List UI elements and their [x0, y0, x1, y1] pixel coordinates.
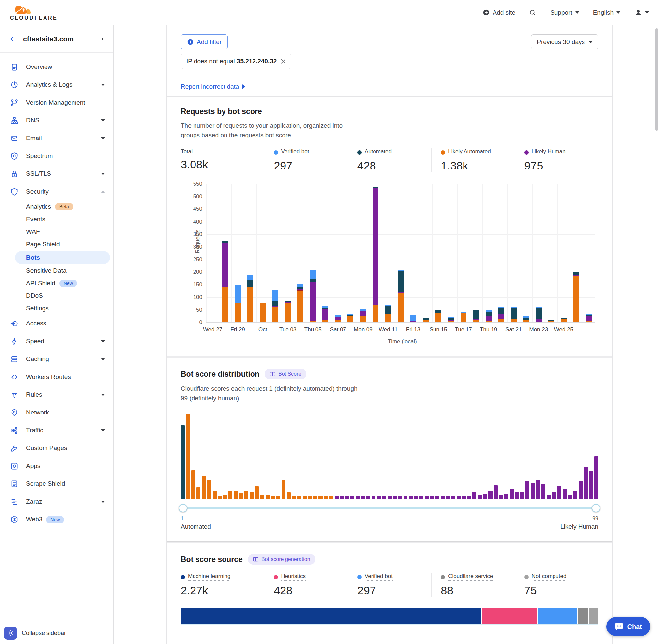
filter-chip[interactable]: IP does not equal 35.212.240.32	[181, 54, 291, 69]
bar-stack	[235, 284, 241, 322]
slider-handle-max[interactable]	[592, 504, 600, 512]
bar-stack	[222, 242, 228, 322]
settings-gear-button[interactable]	[4, 626, 17, 640]
sidebar-item-zaraz[interactable]: Zaraz	[0, 493, 113, 510]
bar-thu-05[interactable]: Thu 05	[307, 184, 319, 322]
sidebar-subitem-analytics[interactable]: AnalyticsBeta	[0, 201, 113, 213]
bar-mon-23[interactable]: Mon 23	[533, 184, 545, 322]
report-incorrect-data-link[interactable]: Report incorrect data	[181, 83, 245, 90]
sidebar-item-analytics-logs[interactable]: Analytics & Logs	[0, 76, 113, 94]
search-icon	[529, 9, 536, 16]
sidebar-item-email[interactable]: Email	[0, 129, 113, 147]
segment-likely-automated	[511, 319, 517, 322]
bar-thu-19[interactable]: Thu 19	[482, 184, 495, 322]
sidebar-item-access[interactable]: Access	[0, 315, 113, 332]
bar-unlabeled[interactable]	[583, 184, 595, 322]
bar-fri-13[interactable]: Fri 13	[407, 184, 420, 322]
source-stacked-bar[interactable]	[181, 608, 598, 625]
language-menu[interactable]: English	[593, 9, 620, 16]
bar-fri-29[interactable]: Fri 29	[231, 184, 244, 322]
sidebar-item-version-management[interactable]: Version Management	[0, 94, 113, 112]
support-menu[interactable]: Support	[550, 9, 579, 16]
bar-unlabeled[interactable]	[545, 184, 558, 322]
histogram-bar	[255, 486, 259, 499]
histogram-bar	[488, 491, 492, 499]
sidebar-item-security[interactable]: Security	[0, 183, 113, 201]
requests-bar-chart[interactable]: Requests 0501001502002503003504004505005…	[206, 184, 595, 322]
card-title: Requests by bot score	[181, 107, 262, 116]
histogram-bar	[239, 493, 243, 499]
bar-unlabeled[interactable]	[369, 184, 382, 322]
bar-unlabeled[interactable]	[294, 184, 307, 322]
chevron-down-icon	[645, 11, 649, 14]
add-filter-button[interactable]: Add filter	[181, 34, 228, 49]
bar-unlabeled[interactable]	[470, 184, 482, 322]
chevron-right-icon[interactable]	[100, 36, 105, 42]
slider-handle-min[interactable]	[179, 504, 187, 512]
stat-likely-human: Likely Human975	[515, 148, 598, 172]
date-range-button[interactable]: Previous 30 days	[531, 34, 598, 49]
sidebar-item-rules[interactable]: Rules	[0, 386, 113, 404]
bar-unlabeled[interactable]	[244, 184, 257, 322]
x-tick-label: Oct	[258, 326, 267, 333]
bar-tue-03[interactable]: Tue 03	[282, 184, 294, 322]
sidebar-subitem-bots[interactable]: Bots	[15, 251, 110, 264]
sidebar-subitem-events[interactable]: Events	[0, 213, 113, 226]
slider-track[interactable]	[181, 507, 598, 509]
bar-wed-25[interactable]: Wed 25	[558, 184, 570, 322]
close-icon[interactable]	[281, 59, 286, 64]
sidebar-item-workers-routes[interactable]: Workers Routes	[0, 368, 113, 386]
back-arrow-icon[interactable]	[8, 35, 17, 43]
sidebar-item-network[interactable]: Network	[0, 404, 113, 421]
bar-wed-27[interactable]: Wed 27	[206, 184, 219, 322]
sidebar-item-ssl-tls[interactable]: SSL/TLS	[0, 165, 113, 183]
histogram-bar	[525, 481, 529, 499]
search-button[interactable]	[529, 9, 536, 16]
histogram-bar	[196, 487, 201, 499]
bar-unlabeled[interactable]	[570, 184, 583, 322]
account-menu[interactable]	[634, 8, 649, 17]
legend-dot	[274, 151, 278, 155]
sidebar-subitem-sensitive-data[interactable]: Sensitive Data	[0, 264, 113, 277]
bar-unlabeled[interactable]	[344, 184, 357, 322]
sidebar-item-speed[interactable]: Speed	[0, 332, 113, 350]
bot-score-generation-badge[interactable]: Bot score generation	[248, 554, 315, 565]
sidebar-item-traffic[interactable]: Traffic	[0, 421, 113, 439]
bar-unlabeled[interactable]	[520, 184, 533, 322]
bar-sat-07[interactable]: Sat 07	[332, 184, 344, 322]
bar-mon-09[interactable]: Mon 09	[357, 184, 369, 322]
sidebar-item-overview[interactable]: Overview	[0, 58, 113, 76]
sidebar-item-scrape-shield[interactable]: Scrape Shield	[0, 475, 113, 493]
add-site-button[interactable]: Add site	[483, 9, 515, 16]
chat-button[interactable]: Chat	[606, 617, 651, 636]
bar-sat-21[interactable]: Sat 21	[508, 184, 520, 322]
bar-unlabeled[interactable]	[420, 184, 432, 322]
scrollbar[interactable]	[655, 28, 658, 131]
bar-cells: Wed 27Fri 29OctTue 03Thu 05Sat 07Mon 09W…	[206, 184, 595, 322]
bot-score-badge[interactable]: Bot Score	[265, 369, 306, 379]
sidebar-item-apps[interactable]: Apps	[0, 457, 113, 475]
bar-unlabeled[interactable]	[495, 184, 508, 322]
sidebar-subitem-settings[interactable]: Settings	[0, 302, 113, 315]
bar-tue-17[interactable]: Tue 17	[457, 184, 470, 322]
sidebar-item-spectrum[interactable]: Spectrum	[0, 147, 113, 165]
bar-unlabeled[interactable]	[319, 184, 332, 322]
bar-unlabeled[interactable]	[219, 184, 231, 322]
bar-unlabeled[interactable]	[269, 184, 282, 322]
bar-sun-15[interactable]: Sun 15	[432, 184, 445, 322]
sidebar-subitem-waf[interactable]: WAF	[0, 226, 113, 238]
sidebar-item-custom-pages[interactable]: Custom Pages	[0, 439, 113, 457]
sidebar-subitem-ddos[interactable]: DDoS	[0, 290, 113, 302]
sidebar-item-caching[interactable]: Caching	[0, 350, 113, 368]
sidebar-subitem-api-shield[interactable]: API ShieldNew	[0, 277, 113, 290]
sidebar-item-web3[interactable]: Web3New	[0, 510, 113, 528]
bar-wed-11[interactable]: Wed 11	[382, 184, 394, 322]
bar-unlabeled[interactable]	[394, 184, 407, 322]
bar-unlabeled[interactable]	[445, 184, 457, 322]
collapse-sidebar[interactable]: Collapse sidebar	[0, 622, 113, 644]
segment-verified-bot	[272, 290, 278, 301]
bot-score-histogram[interactable]	[181, 413, 598, 499]
sidebar-item-dns[interactable]: DNS	[0, 112, 113, 129]
sidebar-subitem-page-shield[interactable]: Page Shield	[0, 238, 113, 251]
bar-oct[interactable]: Oct	[257, 184, 269, 322]
